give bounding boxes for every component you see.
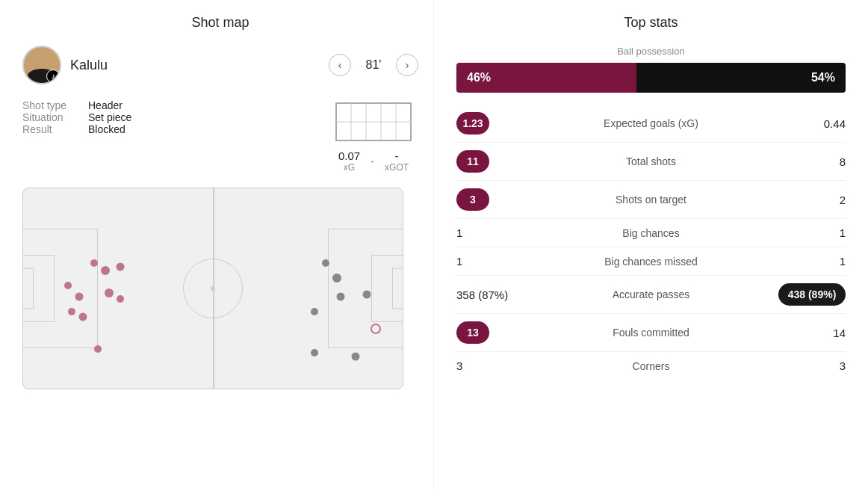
shot-dot — [64, 282, 72, 289]
shot-dot — [363, 291, 371, 299]
stats-row: 1.23Expected goals (xG)0.44 — [456, 105, 846, 143]
shot-dot — [337, 293, 345, 301]
stat-left-area: 3 — [456, 359, 561, 372]
stat-right-value: 1 — [840, 226, 846, 239]
stats-row: 1Big chances missed1 — [456, 247, 846, 276]
left-goal — [23, 268, 34, 309]
stats-row: 11Total shots8 — [456, 143, 846, 181]
stat-left-badge: 11 — [456, 150, 489, 173]
pitch-container — [22, 188, 418, 476]
stat-right-area: 14 — [741, 327, 846, 339]
xgot-value: - — [395, 149, 399, 162]
shot-dot — [101, 266, 110, 275]
stat-right-area: 438 (89%) — [741, 283, 846, 306]
situation-row: Situation Set piece — [22, 111, 329, 123]
result-row: Result Blocked — [22, 123, 329, 135]
stat-right-badge: 438 (89%) — [778, 283, 846, 306]
shot-info-area: Shot type Header Situation Set piece Res… — [22, 99, 418, 173]
possession-left: 46% — [456, 63, 636, 93]
shot-dot — [311, 308, 318, 315]
minute-badge: 81' — [359, 58, 388, 72]
stats-row: 3Corners3 — [456, 352, 846, 380]
shot-dot — [75, 293, 84, 301]
stat-right-area: 8 — [741, 155, 846, 168]
shot-dot — [94, 345, 102, 353]
stat-center-label: Fouls committed — [561, 327, 741, 339]
stat-center-label: Shots on target — [561, 194, 741, 206]
stat-center-label: Expected goals (xG) — [561, 117, 741, 129]
stat-left-badge: 13 — [456, 321, 489, 344]
next-button[interactable]: › — [396, 54, 418, 76]
shot-map-title: Shot map — [22, 15, 418, 31]
right-goal — [392, 268, 403, 309]
player-header: J Kalulu ‹ 81' › — [22, 46, 418, 84]
stat-right-area: 3 — [741, 359, 846, 372]
shot-dot — [311, 349, 318, 356]
stat-center-label: Accurate passes — [561, 288, 741, 300]
goal-visual-col: 0.07 xG - - xGOT — [329, 99, 418, 173]
stat-left-area: 1.23 — [456, 112, 561, 135]
soccer-pitch — [22, 188, 403, 389]
stat-left-area: 1 — [456, 226, 561, 239]
possession-label: Ball possession — [456, 46, 846, 57]
center-dot — [211, 286, 215, 291]
shot-dot — [332, 274, 341, 282]
stat-center-label: Total shots — [561, 155, 741, 167]
stat-center-label: Corners — [561, 360, 741, 372]
stat-right-value: 0.44 — [824, 117, 846, 130]
stat-right-area: 1 — [741, 226, 846, 239]
shot-map-panel: Shot map J Kalulu ‹ 81' › Shot type Head… — [0, 0, 433, 491]
stats-row: 13Fouls committed14 — [456, 314, 846, 352]
stat-left-area: 13 — [456, 321, 561, 344]
possession-right-value: 54% — [811, 71, 835, 84]
stat-right-area: 0.44 — [741, 117, 846, 130]
stat-separator: - — [371, 155, 374, 167]
stat-right-area: 2 — [741, 194, 846, 206]
stat-center-label: Big chances missed — [561, 256, 741, 268]
stat-left-value: 3 — [456, 359, 462, 372]
prev-button[interactable]: ‹ — [329, 54, 351, 76]
situation-value: Set piece — [88, 111, 131, 123]
stats-rows-container: 1.23Expected goals (xG)0.4411Total shots… — [456, 105, 846, 380]
shot-dot — [117, 295, 124, 303]
stat-left-value: 358 (87%) — [456, 288, 508, 301]
possession-left-value: 46% — [467, 71, 491, 84]
top-stats-panel: Top stats Ball possession 46% 54% 1.23Ex… — [433, 0, 868, 491]
stat-center-label: Big chances — [561, 227, 741, 239]
shot-dot — [352, 353, 360, 361]
shot-dot — [105, 288, 114, 297]
stats-row: 3Shots on target2 — [456, 181, 846, 219]
stats-row: 1Big chances1 — [456, 219, 846, 247]
shot-type-label: Shot type — [22, 99, 82, 111]
possession-right: 54% — [636, 63, 846, 93]
shot-type-row: Shot type Header — [22, 99, 329, 111]
nav-controls: ‹ 81' › — [329, 54, 418, 76]
stat-left-area: 1 — [456, 255, 561, 268]
xg-label: xG — [344, 162, 355, 173]
stat-right-value: 2 — [840, 194, 846, 206]
stat-left-value: 1 — [456, 226, 462, 239]
stats-row: 358 (87%)Accurate passes438 (89%) — [456, 276, 846, 314]
shot-dot — [68, 308, 75, 315]
team-badge: J — [46, 70, 60, 83]
possession-bar: 46% 54% — [456, 63, 846, 93]
shot-dot — [322, 259, 329, 267]
xg-stat: 0.07 xG — [338, 149, 360, 173]
stats-title: Top stats — [456, 15, 846, 31]
stat-left-badge: 3 — [456, 188, 489, 211]
stat-right-value: 14 — [833, 327, 846, 339]
stat-left-badge: 1.23 — [456, 112, 489, 135]
result-label: Result — [22, 123, 82, 135]
player-avatar: J — [22, 46, 61, 84]
goal-net-svg — [332, 99, 415, 148]
stat-right-value: 8 — [840, 155, 846, 168]
stat-left-area: 3 — [456, 188, 561, 211]
stat-right-area: 1 — [741, 255, 846, 268]
shot-dot — [117, 263, 125, 271]
stat-right-value: 1 — [840, 255, 846, 268]
xgot-label: xGOT — [385, 162, 409, 173]
xg-value: 0.07 — [338, 149, 360, 162]
stat-left-area: 358 (87%) — [456, 288, 561, 301]
shot-dot — [79, 313, 87, 321]
stat-left-area: 11 — [456, 150, 561, 173]
